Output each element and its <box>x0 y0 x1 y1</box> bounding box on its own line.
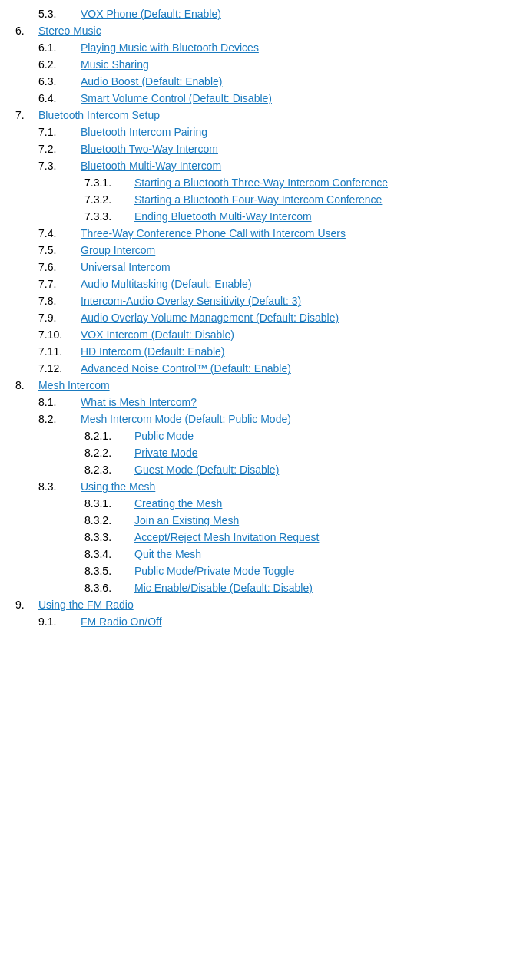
toc-link-7_2[interactable]: Bluetooth Two-Way Intercom <box>81 143 218 155</box>
toc-num-8_3_1: 8.3.1. <box>84 497 134 510</box>
toc-link-7_7[interactable]: Audio Multitasking (Default: Enable) <box>81 278 252 290</box>
toc-num-8_2_3: 8.2.3. <box>84 464 134 476</box>
toc-num-8_2: 8.2. <box>38 413 81 425</box>
toc-num-7_10: 7.10. <box>38 328 81 341</box>
toc-link-7_12[interactable]: Advanced Noise Control™ (Default: Enable… <box>81 362 291 375</box>
toc-num-7_9: 7.9. <box>38 312 81 324</box>
toc-link-7_10[interactable]: VOX Intercom (Default: Disable) <box>81 328 234 341</box>
toc-link-7_8[interactable]: Intercom-Audio Overlay Sensitivity (Defa… <box>81 295 301 307</box>
toc-item-7_4: 7.4.Three-Way Conference Phone Call with… <box>38 227 505 239</box>
toc-num-6_3: 6.3. <box>38 75 81 87</box>
toc-link-8_3_5[interactable]: Public Mode/Private Mode Toggle <box>134 565 294 577</box>
toc-num-7_7: 7.7. <box>38 278 81 290</box>
toc-num-8_3_4: 8.3.4. <box>84 548 134 560</box>
toc-link-7_9[interactable]: Audio Overlay Volume Management (Default… <box>81 312 339 324</box>
toc-link-6_1[interactable]: Playing Music with Bluetooth Devices <box>81 41 259 54</box>
toc-item-9: 9.Using the FM Radio <box>15 599 505 611</box>
toc-num-5_3: 5.3. <box>38 8 81 20</box>
toc-link-8_3_4[interactable]: Quit the Mesh <box>134 548 201 560</box>
toc-item-8: 8.Mesh Intercom <box>15 379 505 391</box>
toc-num-9: 9. <box>15 599 38 611</box>
toc-num-7_5: 7.5. <box>38 244 81 256</box>
toc-item-7_9: 7.9.Audio Overlay Volume Management (Def… <box>38 312 505 324</box>
toc-num-8_3_6: 8.3.6. <box>84 582 134 594</box>
toc-item-6: 6.Stereo Music <box>15 25 505 37</box>
toc-item-7_7: 7.7.Audio Multitasking (Default: Enable) <box>38 278 505 290</box>
toc-item-8_2_2: 8.2.2.Private Mode <box>84 447 505 459</box>
toc-link-6_3[interactable]: Audio Boost (Default: Enable) <box>81 75 222 87</box>
toc-link-6[interactable]: Stereo Music <box>38 25 101 37</box>
toc-item-7_8: 7.8.Intercom-Audio Overlay Sensitivity (… <box>38 295 505 307</box>
toc-num-7_3_1: 7.3.1. <box>84 177 134 189</box>
toc-item-6_3: 6.3.Audio Boost (Default: Enable) <box>38 75 505 87</box>
toc-num-7_6: 7.6. <box>38 261 81 273</box>
toc-link-8_3_2[interactable]: Join an Existing Mesh <box>134 514 239 526</box>
toc-link-8_3_1[interactable]: Creating the Mesh <box>134 497 222 510</box>
toc-num-8: 8. <box>15 379 38 391</box>
toc-link-8_3_3[interactable]: Accept/Reject Mesh Invitation Request <box>134 531 319 543</box>
toc-num-6_1: 6.1. <box>38 41 81 54</box>
toc-num-7_12: 7.12. <box>38 362 81 375</box>
toc-link-8_2_1[interactable]: Public Mode <box>134 430 194 442</box>
toc-link-8[interactable]: Mesh Intercom <box>38 379 110 391</box>
toc-link-7_6[interactable]: Universal Intercom <box>81 261 171 273</box>
toc-num-8_3: 8.3. <box>38 480 81 493</box>
toc-item-7_2: 7.2.Bluetooth Two-Way Intercom <box>38 143 505 155</box>
toc-item-7_3: 7.3.Bluetooth Multi-Way Intercom <box>38 160 505 172</box>
toc-link-8_3_6[interactable]: Mic Enable/Disable (Default: Disable) <box>134 582 313 594</box>
toc-link-7[interactable]: Bluetooth Intercom Setup <box>38 109 160 121</box>
toc-link-7_3_1[interactable]: Starting a Bluetooth Three-Way Intercom … <box>134 177 388 189</box>
toc-item-7_10: 7.10.VOX Intercom (Default: Disable) <box>38 328 505 341</box>
toc-num-6_4: 6.4. <box>38 92 81 104</box>
toc-num-6: 6. <box>15 25 38 37</box>
toc-item-6_1: 6.1.Playing Music with Bluetooth Devices <box>38 41 505 54</box>
toc-item-7_12: 7.12.Advanced Noise Control™ (Default: E… <box>38 362 505 375</box>
toc-link-8_2[interactable]: Mesh Intercom Mode (Default: Public Mode… <box>81 413 291 425</box>
toc-link-8_2_2[interactable]: Private Mode <box>134 447 197 459</box>
toc-item-7_5: 7.5.Group Intercom <box>38 244 505 256</box>
toc-item-8_3_2: 8.3.2.Join an Existing Mesh <box>84 514 505 526</box>
toc-link-7_3[interactable]: Bluetooth Multi-Way Intercom <box>81 160 221 172</box>
toc-link-8_2_3[interactable]: Guest Mode (Default: Disable) <box>134 464 279 476</box>
toc-item-7_3_3: 7.3.3.Ending Bluetooth Multi-Way Interco… <box>84 210 505 223</box>
toc-num-8_3_2: 8.3.2. <box>84 514 134 526</box>
toc-num-7: 7. <box>15 109 38 121</box>
toc-link-7_3_2[interactable]: Starting a Bluetooth Four-Way Intercom C… <box>134 193 382 206</box>
toc-item-8_3_6: 8.3.6.Mic Enable/Disable (Default: Disab… <box>84 582 505 594</box>
toc-item-8_3: 8.3.Using the Mesh <box>38 480 505 493</box>
toc-num-8_1: 8.1. <box>38 396 81 408</box>
toc-item-8_3_1: 8.3.1.Creating the Mesh <box>84 497 505 510</box>
toc-item-8_2_3: 8.2.3.Guest Mode (Default: Disable) <box>84 464 505 476</box>
toc-link-6_2[interactable]: Music Sharing <box>81 58 149 71</box>
toc-item-7: 7.Bluetooth Intercom Setup <box>15 109 505 121</box>
toc-link-7_5[interactable]: Group Intercom <box>81 244 155 256</box>
toc-link-8_1[interactable]: What is Mesh Intercom? <box>81 396 197 408</box>
toc-link-7_3_3[interactable]: Ending Bluetooth Multi-Way Intercom <box>134 210 312 223</box>
toc-item-7_6: 7.6.Universal Intercom <box>38 261 505 273</box>
toc-num-7_8: 7.8. <box>38 295 81 307</box>
toc-num-8_2_1: 8.2.1. <box>84 430 134 442</box>
toc-item-7_3_1: 7.3.1.Starting a Bluetooth Three-Way Int… <box>84 177 505 189</box>
toc-num-7_3_2: 7.3.2. <box>84 193 134 206</box>
toc-link-7_4[interactable]: Three-Way Conference Phone Call with Int… <box>81 227 346 239</box>
toc-item-8_3_5: 8.3.5.Public Mode/Private Mode Toggle <box>84 565 505 577</box>
toc-num-6_2: 6.2. <box>38 58 81 71</box>
toc-link-9_1[interactable]: FM Radio On/Off <box>81 615 162 628</box>
toc-link-8_3[interactable]: Using the Mesh <box>81 480 155 493</box>
toc-item-5_3: 5.3.VOX Phone (Default: Enable) <box>38 8 505 20</box>
toc-link-9[interactable]: Using the FM Radio <box>38 599 134 611</box>
toc-item-8_2_1: 8.2.1.Public Mode <box>84 430 505 442</box>
toc-link-7_11[interactable]: HD Intercom (Default: Enable) <box>81 345 225 358</box>
toc-link-5_3[interactable]: VOX Phone (Default: Enable) <box>81 8 221 20</box>
toc-num-7_3: 7.3. <box>38 160 81 172</box>
toc-item-8_3_3: 8.3.3.Accept/Reject Mesh Invitation Requ… <box>84 531 505 543</box>
toc-item-7_11: 7.11.HD Intercom (Default: Enable) <box>38 345 505 358</box>
toc-link-6_4[interactable]: Smart Volume Control (Default: Disable) <box>81 92 272 104</box>
toc-item-7_1: 7.1.Bluetooth Intercom Pairing <box>38 126 505 138</box>
toc-num-7_2: 7.2. <box>38 143 81 155</box>
toc-num-7_11: 7.11. <box>38 345 81 358</box>
toc-item-6_2: 6.2.Music Sharing <box>38 58 505 71</box>
toc-item-8_2: 8.2.Mesh Intercom Mode (Default: Public … <box>38 413 505 425</box>
toc-num-8_3_5: 8.3.5. <box>84 565 134 577</box>
toc-link-7_1[interactable]: Bluetooth Intercom Pairing <box>81 126 207 138</box>
